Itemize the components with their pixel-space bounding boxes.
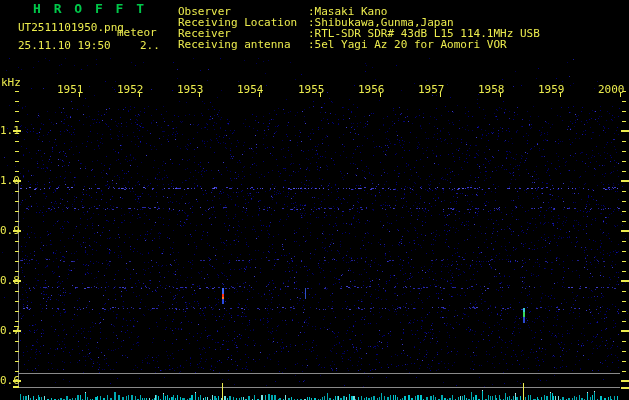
- app-title: H R O F F T: [33, 3, 147, 14]
- observation-mode-label: meteor: [117, 27, 157, 38]
- x-tick-label-1958: 1958: [478, 84, 505, 95]
- y-tick-label-1.1: 1.1: [0, 125, 17, 136]
- x-tick-label-1957: 1957: [418, 84, 445, 95]
- info-value-antenna: :5el Yagi Az 20 for Aomori VOR: [308, 39, 507, 50]
- info-label-antenna: Receiving antenna: [178, 39, 291, 50]
- x-tick-label-1954: 1954: [237, 84, 264, 95]
- spectrogram-canvas: [0, 0, 629, 400]
- counter-label: 2..: [140, 40, 160, 51]
- x-tick-label-1959: 1959: [538, 84, 565, 95]
- x-tick-label-1952: 1952: [117, 84, 144, 95]
- x-tick-label-1955: 1955: [298, 84, 325, 95]
- y-tick-label-0.8: 0.8: [0, 275, 17, 286]
- y-tick-label-0.6: 0.6: [0, 375, 17, 386]
- y-tick-label-0.7: 0.7: [0, 325, 17, 336]
- y-tick-label-1.0: 1.0: [0, 175, 17, 186]
- datetime-label: 25.11.10 19:50: [18, 40, 111, 51]
- y-tick-label-0.9: 0.9: [0, 225, 17, 236]
- x-tick-label-1956: 1956: [358, 84, 385, 95]
- x-tick-label-2000: 2000: [598, 84, 625, 95]
- x-tick-label-1953: 1953: [177, 84, 204, 95]
- output-filename: UT2511101950.png: [18, 22, 124, 33]
- x-tick-label-1951: 1951: [57, 84, 84, 95]
- y-axis-unit: kHz: [1, 77, 21, 88]
- hrofft-screen: H R O F F T UT2511101950.png meteor 25.1…: [0, 0, 629, 400]
